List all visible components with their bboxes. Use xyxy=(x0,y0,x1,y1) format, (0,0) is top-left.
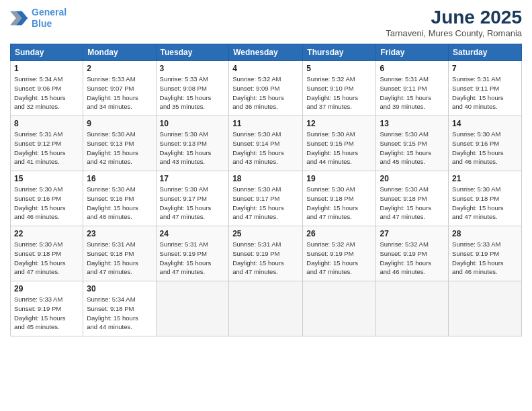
calendar-cell xyxy=(449,281,522,336)
day-info: Sunrise: 5:30 AM Sunset: 9:16 PM Dayligh… xyxy=(452,130,518,167)
calendar-week-row: 8Sunrise: 5:31 AM Sunset: 9:12 PM Daylig… xyxy=(11,116,522,171)
day-info: Sunrise: 5:30 AM Sunset: 9:16 PM Dayligh… xyxy=(87,185,152,222)
day-info: Sunrise: 5:30 AM Sunset: 9:18 PM Dayligh… xyxy=(14,240,79,277)
day-info: Sunrise: 5:30 AM Sunset: 9:13 PM Dayligh… xyxy=(160,130,226,167)
day-info: Sunrise: 5:32 AM Sunset: 9:19 PM Dayligh… xyxy=(306,240,372,277)
calendar-cell: 28Sunrise: 5:33 AM Sunset: 9:19 PM Dayli… xyxy=(449,226,522,281)
calendar-cell: 17Sunrise: 5:30 AM Sunset: 9:17 PM Dayli… xyxy=(156,171,229,226)
day-number: 30 xyxy=(87,284,152,293)
calendar-cell: 12Sunrise: 5:30 AM Sunset: 9:15 PM Dayli… xyxy=(303,116,376,171)
col-header-sunday: Sunday xyxy=(11,44,83,61)
day-info: Sunrise: 5:33 AM Sunset: 9:08 PM Dayligh… xyxy=(160,75,226,111)
logo-icon xyxy=(10,9,29,28)
calendar-cell: 3Sunrise: 5:33 AM Sunset: 9:08 PM Daylig… xyxy=(156,61,229,116)
day-number: 13 xyxy=(380,119,445,128)
day-number: 16 xyxy=(87,174,152,183)
day-info: Sunrise: 5:30 AM Sunset: 9:17 PM Dayligh… xyxy=(232,185,299,222)
calendar-cell: 8Sunrise: 5:31 AM Sunset: 9:12 PM Daylig… xyxy=(11,116,83,171)
day-info: Sunrise: 5:33 AM Sunset: 9:19 PM Dayligh… xyxy=(14,295,79,332)
month-title: June 2025 xyxy=(386,7,522,28)
day-number: 10 xyxy=(160,119,226,128)
day-info: Sunrise: 5:33 AM Sunset: 9:07 PM Dayligh… xyxy=(87,75,152,111)
day-info: Sunrise: 5:30 AM Sunset: 9:18 PM Dayligh… xyxy=(452,185,518,222)
day-info: Sunrise: 5:31 AM Sunset: 9:11 PM Dayligh… xyxy=(452,75,518,111)
day-info: Sunrise: 5:31 AM Sunset: 9:11 PM Dayligh… xyxy=(380,75,445,111)
calendar-header-row: SundayMondayTuesdayWednesdayThursdayFrid… xyxy=(11,44,522,61)
day-info: Sunrise: 5:30 AM Sunset: 9:18 PM Dayligh… xyxy=(306,185,372,222)
day-info: Sunrise: 5:30 AM Sunset: 9:14 PM Dayligh… xyxy=(232,130,299,167)
calendar-cell xyxy=(376,281,449,336)
calendar-week-row: 1Sunrise: 5:34 AM Sunset: 9:06 PM Daylig… xyxy=(11,61,522,116)
day-info: Sunrise: 5:31 AM Sunset: 9:19 PM Dayligh… xyxy=(160,240,226,277)
day-info: Sunrise: 5:34 AM Sunset: 9:06 PM Dayligh… xyxy=(14,75,79,111)
col-header-friday: Friday xyxy=(376,44,449,61)
calendar-cell: 25Sunrise: 5:31 AM Sunset: 9:19 PM Dayli… xyxy=(229,226,303,281)
calendar-cell: 22Sunrise: 5:30 AM Sunset: 9:18 PM Dayli… xyxy=(11,226,83,281)
col-header-thursday: Thursday xyxy=(303,44,376,61)
day-number: 4 xyxy=(232,64,299,73)
day-number: 8 xyxy=(14,119,79,128)
day-number: 17 xyxy=(160,174,226,183)
day-number: 29 xyxy=(14,284,79,293)
day-number: 3 xyxy=(160,64,226,73)
col-header-wednesday: Wednesday xyxy=(229,44,303,61)
logo-text: General Blue xyxy=(32,7,66,30)
calendar-cell xyxy=(303,281,376,336)
day-number: 2 xyxy=(87,64,152,73)
day-number: 18 xyxy=(232,174,299,183)
day-number: 6 xyxy=(380,64,445,73)
day-number: 23 xyxy=(87,229,152,238)
calendar-week-row: 29Sunrise: 5:33 AM Sunset: 9:19 PM Dayli… xyxy=(11,281,522,336)
day-info: Sunrise: 5:32 AM Sunset: 9:09 PM Dayligh… xyxy=(232,75,299,111)
day-info: Sunrise: 5:30 AM Sunset: 9:17 PM Dayligh… xyxy=(160,185,226,222)
header: General Blue June 2025 Tarnaveni, Mures … xyxy=(10,7,522,38)
col-header-tuesday: Tuesday xyxy=(156,44,229,61)
day-info: Sunrise: 5:30 AM Sunset: 9:15 PM Dayligh… xyxy=(380,130,445,167)
logo-line1: General xyxy=(32,7,66,17)
calendar-cell: 26Sunrise: 5:32 AM Sunset: 9:19 PM Dayli… xyxy=(303,226,376,281)
calendar: SundayMondayTuesdayWednesdayThursdayFrid… xyxy=(10,44,522,336)
day-number: 28 xyxy=(452,229,518,238)
calendar-cell: 9Sunrise: 5:30 AM Sunset: 9:13 PM Daylig… xyxy=(83,116,156,171)
day-info: Sunrise: 5:32 AM Sunset: 9:19 PM Dayligh… xyxy=(380,240,445,277)
day-number: 24 xyxy=(160,229,226,238)
day-number: 27 xyxy=(380,229,445,238)
calendar-cell xyxy=(229,281,303,336)
calendar-cell: 27Sunrise: 5:32 AM Sunset: 9:19 PM Dayli… xyxy=(376,226,449,281)
calendar-cell: 13Sunrise: 5:30 AM Sunset: 9:15 PM Dayli… xyxy=(376,116,449,171)
calendar-cell: 24Sunrise: 5:31 AM Sunset: 9:19 PM Dayli… xyxy=(156,226,229,281)
day-number: 19 xyxy=(306,174,372,183)
calendar-cell xyxy=(156,281,229,336)
day-number: 20 xyxy=(380,174,445,183)
calendar-cell: 11Sunrise: 5:30 AM Sunset: 9:14 PM Dayli… xyxy=(229,116,303,171)
calendar-cell: 7Sunrise: 5:31 AM Sunset: 9:11 PM Daylig… xyxy=(449,61,522,116)
day-info: Sunrise: 5:30 AM Sunset: 9:18 PM Dayligh… xyxy=(380,185,445,222)
calendar-cell: 1Sunrise: 5:34 AM Sunset: 9:06 PM Daylig… xyxy=(11,61,83,116)
day-info: Sunrise: 5:31 AM Sunset: 9:18 PM Dayligh… xyxy=(87,240,152,277)
calendar-cell: 15Sunrise: 5:30 AM Sunset: 9:16 PM Dayli… xyxy=(11,171,83,226)
day-number: 11 xyxy=(232,119,299,128)
day-number: 22 xyxy=(14,229,79,238)
calendar-cell: 16Sunrise: 5:30 AM Sunset: 9:16 PM Dayli… xyxy=(83,171,156,226)
day-number: 14 xyxy=(452,119,518,128)
day-number: 12 xyxy=(306,119,372,128)
day-info: Sunrise: 5:31 AM Sunset: 9:12 PM Dayligh… xyxy=(14,130,79,167)
day-number: 25 xyxy=(232,229,299,238)
calendar-cell: 4Sunrise: 5:32 AM Sunset: 9:09 PM Daylig… xyxy=(229,61,303,116)
day-number: 7 xyxy=(452,64,518,73)
day-info: Sunrise: 5:30 AM Sunset: 9:15 PM Dayligh… xyxy=(306,130,372,167)
calendar-cell: 10Sunrise: 5:30 AM Sunset: 9:13 PM Dayli… xyxy=(156,116,229,171)
day-info: Sunrise: 5:32 AM Sunset: 9:10 PM Dayligh… xyxy=(306,75,372,111)
calendar-week-row: 22Sunrise: 5:30 AM Sunset: 9:18 PM Dayli… xyxy=(11,226,522,281)
calendar-cell: 2Sunrise: 5:33 AM Sunset: 9:07 PM Daylig… xyxy=(83,61,156,116)
calendar-cell: 23Sunrise: 5:31 AM Sunset: 9:18 PM Dayli… xyxy=(83,226,156,281)
day-info: Sunrise: 5:33 AM Sunset: 9:19 PM Dayligh… xyxy=(452,240,518,277)
logo: General Blue xyxy=(10,7,66,30)
day-number: 1 xyxy=(14,64,79,73)
day-number: 21 xyxy=(452,174,518,183)
day-info: Sunrise: 5:30 AM Sunset: 9:13 PM Dayligh… xyxy=(87,130,152,167)
calendar-cell: 6Sunrise: 5:31 AM Sunset: 9:11 PM Daylig… xyxy=(376,61,449,116)
col-header-saturday: Saturday xyxy=(449,44,522,61)
day-number: 26 xyxy=(306,229,372,238)
calendar-cell: 14Sunrise: 5:30 AM Sunset: 9:16 PM Dayli… xyxy=(449,116,522,171)
